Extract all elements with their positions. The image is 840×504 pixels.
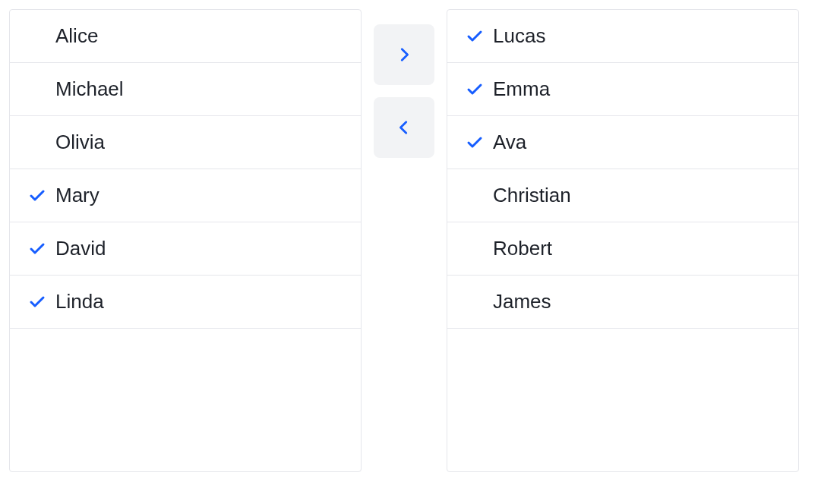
list-item[interactable]: Christian xyxy=(447,169,798,222)
item-label: David xyxy=(55,237,106,260)
item-label: Mary xyxy=(55,184,99,207)
move-right-button[interactable] xyxy=(374,24,434,85)
check-slot xyxy=(28,187,55,205)
chevron-right-icon xyxy=(396,46,412,63)
list-item[interactable]: Robert xyxy=(447,222,798,276)
list-item[interactable]: Alice xyxy=(10,10,361,63)
item-label: Christian xyxy=(493,184,571,207)
list-item[interactable]: Linda xyxy=(10,276,361,329)
transfer-controls xyxy=(374,9,434,158)
transfer-widget: Alice Michael Olivia Mary David Linda xyxy=(9,9,831,472)
chevron-left-icon xyxy=(396,119,412,136)
check-slot xyxy=(466,80,493,99)
item-label: Lucas xyxy=(493,24,545,48)
list-item[interactable]: David xyxy=(10,222,361,276)
check-icon xyxy=(28,293,46,311)
list-item[interactable]: Ava xyxy=(447,116,798,169)
check-slot xyxy=(466,27,493,46)
list-item[interactable]: Michael xyxy=(10,63,361,116)
check-icon xyxy=(466,134,484,152)
check-icon xyxy=(28,240,46,258)
check-icon xyxy=(466,80,484,99)
target-list-panel: Lucas Emma Ava Christian Robert James xyxy=(447,9,799,472)
source-list-panel: Alice Michael Olivia Mary David Linda xyxy=(9,9,362,472)
item-label: Linda xyxy=(55,290,104,313)
item-label: Robert xyxy=(493,237,552,260)
item-label: Michael xyxy=(55,77,124,101)
item-label: James xyxy=(493,290,551,313)
check-slot xyxy=(466,134,493,152)
item-label: Ava xyxy=(493,131,526,154)
list-item[interactable]: Emma xyxy=(447,63,798,116)
item-label: Olivia xyxy=(55,131,105,154)
item-label: Emma xyxy=(493,77,550,101)
item-label: Alice xyxy=(55,24,98,48)
check-slot xyxy=(28,240,55,258)
list-item[interactable]: Olivia xyxy=(10,116,361,169)
check-slot xyxy=(28,293,55,311)
check-icon xyxy=(28,187,46,205)
list-item[interactable]: Lucas xyxy=(447,10,798,63)
list-item[interactable]: Mary xyxy=(10,169,361,222)
list-item[interactable]: James xyxy=(447,276,798,329)
move-left-button[interactable] xyxy=(374,97,434,158)
check-icon xyxy=(466,27,484,46)
